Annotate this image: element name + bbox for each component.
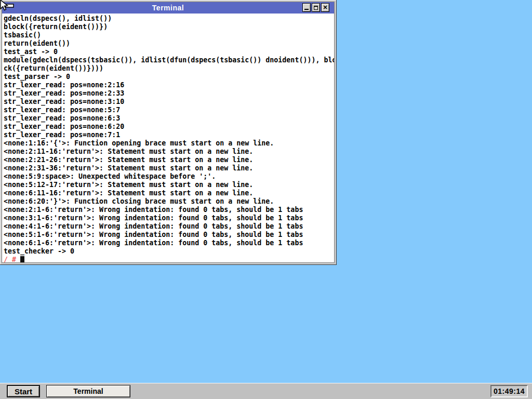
window-frame: Terminal ✕ gdecln(dspecs(), idlist())blo… (2, 2, 335, 263)
close-icon: ✕ (323, 5, 327, 10)
maximize-button[interactable] (312, 3, 320, 12)
minimize-button[interactable] (302, 3, 311, 12)
terminal-output[interactable]: gdecln(dspecs(), idlist())block({return(… (2, 14, 334, 262)
terminal-line: str_lexer_read: pos=none:5:7 (4, 106, 334, 114)
terminal-line: test_parser -> 0 (4, 73, 334, 81)
start-button[interactable]: Start (7, 385, 40, 397)
maximize-icon (314, 6, 318, 10)
terminal-lines: gdecln(dspecs(), idlist())block({return(… (4, 15, 334, 256)
taskbar-clock: 01:49:14 (490, 385, 528, 397)
terminal-line: <none:6:20:'}'>: Function closing brace … (4, 197, 334, 206)
terminal-line: <none:6:1-6:'return'>: Wrong indentation… (4, 239, 334, 247)
minimize-icon (304, 9, 309, 10)
terminal-line: <none:2:21-26:'return'>: Statement must … (4, 156, 334, 164)
terminal-line: module(gdecln(dspecs(tsbasic()), idlist(… (4, 56, 334, 64)
terminal-line: <none:4:1-6:'return'>: Wrong indentation… (4, 222, 334, 231)
terminal-line: ck({return(eident())}))) (4, 64, 334, 73)
terminal-line: test_ast -> 0 (4, 48, 334, 56)
terminal-line: <none:3:1-6:'return'>: Wrong indentation… (4, 214, 334, 222)
taskbar-item-terminal[interactable]: Terminal (46, 385, 130, 397)
terminal-line: <none:2:1-6:'return'>: Wrong indentation… (4, 206, 334, 214)
terminal-line: gdecln(dspecs(), idlist()) (4, 15, 334, 23)
terminal-line: <none:2:11-16:'return'>: Statement must … (4, 148, 334, 156)
terminal-line: str_lexer_read: pos=none:6:3 (4, 114, 334, 123)
window-title: Terminal (2, 4, 334, 12)
shell-prompt: / # (4, 256, 16, 262)
prompt-line: / # (4, 256, 334, 262)
terminal-line: tsbasic() (4, 31, 334, 39)
terminal-line: str_lexer_read: pos=none:2:16 (4, 81, 334, 89)
terminal-line: <none:2:31-36:'return'>: Statement must … (4, 164, 334, 172)
terminal-line: str_lexer_read: pos=none:3:10 (4, 98, 334, 106)
window-controls: ✕ (301, 3, 329, 12)
text-cursor (20, 256, 24, 263)
terminal-line: return(eident()) (4, 39, 334, 48)
terminal-line: str_lexer_read: pos=none:6:20 (4, 123, 334, 131)
taskbar: Start Terminal 01:49:14 (0, 383, 532, 399)
terminal-line: <none:5:1-6:'return'>: Wrong indentation… (4, 231, 334, 239)
terminal-line: <none:5:9:space>: Unexpected whitespace … (4, 172, 334, 181)
terminal-line: str_lexer_read: pos=none:2:33 (4, 89, 334, 98)
titlebar[interactable]: Terminal ✕ (2, 2, 334, 14)
terminal-line: block({return(eident())}) (4, 23, 334, 31)
close-button[interactable]: ✕ (321, 3, 329, 12)
terminal-window: Terminal ✕ gdecln(dspecs(), idlist())blo… (0, 0, 337, 265)
terminal-line: <none:1:16:'{'>: Function opening brace … (4, 139, 334, 148)
terminal-line: test_checker -> 0 (4, 247, 334, 256)
terminal-line: str_lexer_read: pos=none:7:1 (4, 131, 334, 139)
terminal-line: <none:5:12-17:'return'>: Statement must … (4, 181, 334, 189)
mouse-cursor-icon (0, 0, 17, 14)
terminal-line: <none:6:11-16:'return'>: Statement must … (4, 189, 334, 197)
